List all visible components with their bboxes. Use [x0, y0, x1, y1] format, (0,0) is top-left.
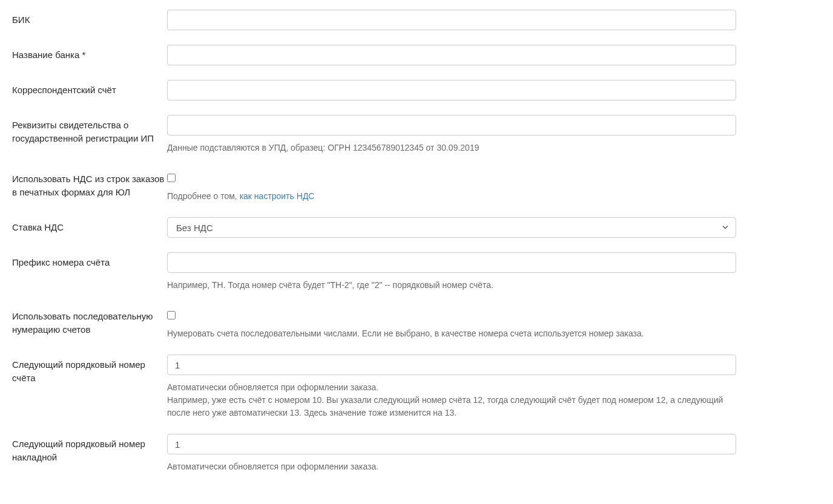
row-bank-name: Название банка *: [12, 45, 821, 65]
help-use-vat-lines: Подробнее о том, как настроить НДС: [167, 190, 736, 203]
control-ip-cert: Данные подставляются в УПД, образец: ОГР…: [167, 115, 736, 154]
row-use-vat-lines: Использовать НДС из строк заказов в печа…: [12, 169, 821, 203]
input-corr-account[interactable]: [167, 80, 736, 100]
label-use-vat-lines: Использовать НДС из строк заказов в печа…: [12, 169, 167, 199]
input-ip-cert[interactable]: [167, 115, 736, 136]
checkbox-use-vat-lines[interactable]: [167, 174, 176, 182]
help-next-invoice-num-2: Например, уже есть счёт с номером 10. Вы…: [167, 394, 736, 419]
label-sequential-invoice: Использовать последовательную нумерацию …: [12, 306, 167, 336]
label-bank-name: Название банка *: [12, 45, 167, 62]
checkbox-sequential-invoice[interactable]: [167, 311, 176, 319]
label-next-waybill-num: Следующий порядковый номер накладной: [12, 434, 167, 464]
row-invoice-prefix: Префикс номера счёта Например, ТН. Тогда…: [12, 252, 821, 292]
control-sequential-invoice: Нумеровать счета последовательными числа…: [167, 306, 736, 340]
help-next-waybill-num: Автоматически обновляется при оформлении…: [167, 460, 736, 473]
label-ip-cert: Реквизиты свидетельства о государственно…: [12, 115, 167, 145]
row-next-waybill-num: Следующий порядковый номер накладной Авт…: [12, 434, 821, 473]
input-bank-name[interactable]: [167, 45, 736, 65]
label-vat-rate: Ставка НДС: [12, 217, 167, 234]
row-corr-account: Корреспондентский счёт: [12, 80, 821, 100]
control-vat-rate: Без НДС: [167, 217, 736, 238]
control-use-vat-lines: Подробнее о том, как настроить НДС: [167, 169, 736, 203]
help-invoice-prefix: Например, ТН. Тогда номер счёта будет "Т…: [167, 279, 736, 292]
control-bik: [167, 10, 736, 30]
label-invoice-prefix: Префикс номера счёта: [12, 252, 167, 269]
label-next-invoice-num: Следующий порядковый номер счёта: [12, 355, 167, 385]
input-next-invoice-num[interactable]: [167, 355, 736, 375]
control-invoice-prefix: Например, ТН. Тогда номер счёта будет "Т…: [167, 252, 736, 292]
help-next-invoice-num: Автоматически обновляется при оформлении…: [167, 381, 736, 419]
label-bik: БИК: [12, 10, 167, 27]
help-sequential-invoice: Нумеровать счета последовательными числа…: [167, 327, 736, 340]
help-ip-cert: Данные подставляются в УПД, образец: ОГР…: [167, 142, 736, 154]
control-next-waybill-num: Автоматически обновляется при оформлении…: [167, 434, 736, 473]
input-bik[interactable]: [167, 10, 736, 30]
help-next-invoice-num-1: Автоматически обновляется при оформлении…: [167, 381, 736, 394]
select-wrap-vat-rate: Без НДС: [167, 217, 736, 238]
select-vat-rate[interactable]: Без НДС: [167, 217, 736, 238]
label-corr-account: Корреспондентский счёт: [12, 80, 167, 97]
row-bik: БИК: [12, 10, 821, 30]
row-sequential-invoice: Использовать последовательную нумерацию …: [12, 306, 821, 340]
link-vat-setup[interactable]: как настроить НДС: [240, 191, 315, 201]
input-invoice-prefix[interactable]: [167, 252, 736, 273]
control-corr-account: [167, 80, 736, 100]
control-next-invoice-num: Автоматически обновляется при оформлении…: [167, 355, 736, 419]
row-next-invoice-num: Следующий порядковый номер счёта Автомат…: [12, 355, 821, 419]
help-use-vat-lines-prefix: Подробнее о том,: [167, 191, 240, 201]
control-bank-name: [167, 45, 736, 65]
row-ip-cert: Реквизиты свидетельства о государственно…: [12, 115, 821, 154]
input-next-waybill-num[interactable]: [167, 434, 736, 454]
row-vat-rate: Ставка НДС Без НДС: [12, 217, 821, 238]
